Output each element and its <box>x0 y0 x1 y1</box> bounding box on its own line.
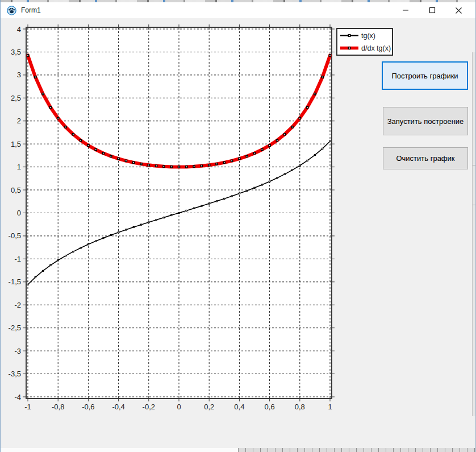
svg-text:1,5: 1,5 <box>11 140 21 148</box>
svg-text:0: 0 <box>17 209 21 217</box>
form-client-area: 43,532,521,510,50-0,5-1-1,5-2-2,5-3-3,5-… <box>1 18 475 452</box>
svg-text:-0,8: -0,8 <box>52 403 64 411</box>
svg-text:0,2: 0,2 <box>204 403 214 411</box>
screen-edge-artifact-bottom <box>1 448 475 452</box>
svg-text:4: 4 <box>17 25 21 34</box>
window-title: Form1 <box>21 6 41 14</box>
start-plotting-button[interactable]: Запустить построение <box>383 107 468 135</box>
maximize-button[interactable] <box>419 2 445 18</box>
window-controls <box>392 2 472 18</box>
x-axis-labels: -1-0,8-0,6-0,4-0,200,20,40,60,81 <box>24 403 332 411</box>
svg-text:3,5: 3,5 <box>11 48 21 56</box>
svg-text:-0,2: -0,2 <box>143 403 155 411</box>
minimize-button[interactable] <box>392 2 419 18</box>
svg-text:1: 1 <box>328 403 332 411</box>
legend-label: tg(x) <box>361 32 375 40</box>
svg-text:-1: -1 <box>24 403 31 411</box>
background-window-sliver <box>472 52 475 416</box>
svg-text:1: 1 <box>17 163 21 171</box>
svg-text:3: 3 <box>17 71 21 79</box>
svg-text:-0,4: -0,4 <box>112 403 124 411</box>
svg-text:-3: -3 <box>14 347 21 355</box>
svg-text:-4: -4 <box>14 393 21 401</box>
svg-text:-2: -2 <box>14 301 21 309</box>
svg-text:0: 0 <box>177 403 181 411</box>
app-paw-icon <box>7 6 16 15</box>
svg-text:0,6: 0,6 <box>265 403 275 411</box>
svg-text:0,4: 0,4 <box>234 403 244 411</box>
svg-text:0,5: 0,5 <box>11 186 21 194</box>
svg-text:0,8: 0,8 <box>295 403 305 411</box>
svg-text:2,5: 2,5 <box>11 94 21 102</box>
clear-graph-button[interactable]: Очистить график <box>383 147 468 169</box>
svg-text:-0,5: -0,5 <box>9 231 21 240</box>
title-bar[interactable]: Form1 <box>1 2 475 18</box>
close-button[interactable] <box>445 2 472 18</box>
build-graphs-button[interactable]: Построить графики <box>382 61 468 90</box>
svg-text:-0,6: -0,6 <box>82 403 94 411</box>
svg-text:-3,5: -3,5 <box>9 370 21 378</box>
form-window: Form1 43,532,521,510,50-0,5-1-1,5-2-2,5-… <box>0 0 476 452</box>
svg-text:-1: -1 <box>14 255 21 263</box>
chart: 43,532,521,510,50-0,5-1-1,5-2-2,5-3-3,5-… <box>6 24 399 419</box>
legend-label: d/dx tg(x) <box>361 44 391 52</box>
svg-text:-1,5: -1,5 <box>9 277 21 286</box>
legend: tg(x)d/dx tg(x) <box>337 28 393 55</box>
svg-text:-2,5: -2,5 <box>9 324 21 332</box>
svg-text:2: 2 <box>17 117 21 125</box>
y-axis-labels: 43,532,521,510,50-0,5-1-1,5-2-2,5-3-3,5-… <box>9 25 21 401</box>
